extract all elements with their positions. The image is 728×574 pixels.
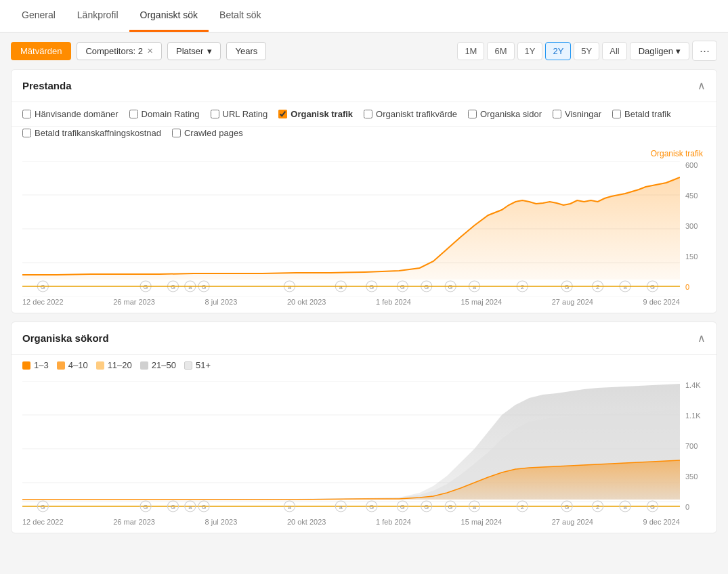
legend-label-21-50: 21–50 <box>152 360 176 370</box>
svg-text:G: G <box>448 504 453 510</box>
legend-1-3: 1–3 <box>22 360 49 370</box>
years-label: Years <box>235 46 257 56</box>
svg-text:G: G <box>201 504 206 510</box>
checkbox-hanvisande-domaner[interactable]: Hänvisande domäner <box>22 109 119 119</box>
checkbox-organisk-trafik[interactable]: Organisk trafik <box>278 109 353 119</box>
platser-filter[interactable]: Platser ▾ <box>167 42 221 60</box>
x2-label-5: 15 maj 2024 <box>461 518 502 526</box>
svg-text:G: G <box>144 284 148 290</box>
svg-text:G: G <box>400 504 405 510</box>
checkbox-organiskt-trafikvarde-input[interactable] <box>364 110 372 118</box>
time-2y[interactable]: 2Y <box>545 42 571 60</box>
time-6m[interactable]: 6M <box>487 42 514 60</box>
x-label-5: 15 maj 2024 <box>461 298 502 306</box>
svg-text:a: a <box>188 284 192 290</box>
tab-general[interactable]: General <box>11 0 66 32</box>
time-1m[interactable]: 1M <box>457 42 484 60</box>
svg-text:G: G <box>369 284 374 290</box>
organiska-sokord-section: Organiska sökord ∧ 1–3 4–10 11–20 21–50 <box>11 322 717 533</box>
x-label-0: 12 dec 2022 <box>22 298 64 306</box>
svg-text:G: G <box>41 504 45 510</box>
svg-text:a: a <box>188 504 192 510</box>
legend-label-51-plus: 51+ <box>196 360 211 370</box>
platser-chevron-icon: ▾ <box>207 46 212 56</box>
checkbox-betald-trafik[interactable]: Betald trafik <box>612 109 671 119</box>
x2-label-4: 1 feb 2024 <box>376 518 411 526</box>
y2-label-700: 700 <box>685 442 706 450</box>
x-label-2: 8 jul 2023 <box>205 298 238 306</box>
prestanda-header: Prestanda ∧ <box>12 70 716 102</box>
more-options-button[interactable]: ⋯ <box>692 41 717 61</box>
svg-text:2: 2 <box>596 504 599 510</box>
years-filter[interactable]: Years <box>226 42 266 60</box>
checkbox-crawled-pages[interactable]: Crawled pages <box>172 128 243 138</box>
tab-lankprofil[interactable]: Länkprofil <box>66 0 129 32</box>
prestanda-chart-svg: G G G a G a a G <box>22 161 680 296</box>
x2-label-3: 20 okt 2023 <box>287 518 326 526</box>
svg-text:G: G <box>171 284 175 290</box>
time-all[interactable]: All <box>602 42 626 60</box>
checkbox-url-rating[interactable]: URL Rating <box>211 109 268 119</box>
checkbox-organiska-sidor[interactable]: Organiska sidor <box>468 109 542 119</box>
organiska-sokord-title: Organiska sökord <box>22 332 109 344</box>
checkbox-crawled-pages-input[interactable] <box>172 129 181 137</box>
prestanda-collapse-button[interactable]: ∧ <box>698 79 706 92</box>
svg-text:a: a <box>624 504 628 510</box>
time-1y[interactable]: 1Y <box>517 42 543 60</box>
tab-organiskt-sok[interactable]: Organiskt sök <box>129 0 209 32</box>
dagligen-label: Dagligen <box>639 46 673 56</box>
organiska-sokord-legend: 1–3 4–10 11–20 21–50 51+ <box>12 355 716 376</box>
organiska-sokord-collapse-button[interactable]: ∧ <box>698 332 706 345</box>
svg-text:G: G <box>144 504 148 510</box>
svg-text:G: G <box>400 284 405 290</box>
time-controls: 1M 6M 1Y 2Y 5Y All Dagligen ▾ ⋯ <box>457 41 717 61</box>
x2-label-1: 26 mar 2023 <box>113 518 155 526</box>
checkbox-domain-rating-input[interactable] <box>129 110 138 118</box>
legend-dot-51-plus <box>184 361 192 370</box>
svg-text:a: a <box>624 284 628 290</box>
checkbox-organisk-trafik-input[interactable] <box>278 110 287 118</box>
legend-dot-4-10 <box>57 361 65 370</box>
svg-text:2: 2 <box>521 284 524 290</box>
checkbox-url-rating-input[interactable] <box>211 110 219 118</box>
orange-area-fill <box>22 460 680 500</box>
svg-text:G: G <box>41 284 45 290</box>
prestanda-checkboxes-row2: Betald trafikanskaffningskostnad Crawled… <box>12 127 716 144</box>
legend-label-4-10: 4–10 <box>68 360 88 370</box>
x-label-1: 26 mar 2023 <box>113 298 155 306</box>
organisk-trafik-label: Organisk trafik <box>22 149 706 158</box>
organiska-sokord-y-axis: 1.4K 1.1K 700 350 0 <box>680 381 706 527</box>
checkbox-betald-trafik-input[interactable] <box>612 110 621 118</box>
svg-text:a: a <box>473 284 477 290</box>
x-label-3: 20 okt 2023 <box>287 298 326 306</box>
svg-text:a: a <box>288 504 292 510</box>
x-label-4: 1 feb 2024 <box>376 298 411 306</box>
checkbox-organiskt-trafikvarde[interactable]: Organiskt trafikvärde <box>364 109 457 119</box>
x-label-7: 9 dec 2024 <box>643 298 680 306</box>
checkbox-visningar-input[interactable] <box>553 110 561 118</box>
tab-betalt-sok[interactable]: Betalt sök <box>209 0 272 32</box>
dagligen-button[interactable]: Dagligen ▾ <box>630 42 689 60</box>
svg-text:G: G <box>650 284 655 290</box>
organiska-sokord-header: Organiska sökord ∧ <box>12 322 716 355</box>
platser-label: Platser <box>176 46 203 56</box>
checkbox-organiska-sidor-input[interactable] <box>468 110 477 118</box>
svg-text:a: a <box>473 504 477 510</box>
matvarden-button[interactable]: Mätvärden <box>11 42 71 60</box>
checkbox-domain-rating[interactable]: Domain Rating <box>129 109 200 119</box>
more-icon: ⋯ <box>700 45 710 56</box>
y2-label-11k: 1.1K <box>685 412 706 420</box>
checkbox-visningar[interactable]: Visningar <box>553 109 601 119</box>
checkbox-betald-trafikanskaffningskostnad-input[interactable] <box>22 129 31 137</box>
prestanda-section: Prestanda ∧ Hänvisande domäner Domain Ra… <box>11 69 717 313</box>
checkbox-hanvisande-domaner-input[interactable] <box>22 110 31 118</box>
checkbox-betald-trafikanskaffningskostnad[interactable]: Betald trafikanskaffningskostnad <box>22 128 161 138</box>
competitors-filter[interactable]: Competitors: 2 ✕ <box>77 42 162 60</box>
competitors-close-icon[interactable]: ✕ <box>147 47 153 56</box>
y-label-0: 0 <box>685 283 706 291</box>
legend-dot-1-3 <box>22 361 30 370</box>
time-5y[interactable]: 5Y <box>574 42 599 60</box>
prestanda-chart-area: Organisk trafik G <box>12 144 716 313</box>
y-label-450: 450 <box>685 192 706 200</box>
prestanda-y-axis: 600 450 300 150 0 <box>680 161 706 307</box>
